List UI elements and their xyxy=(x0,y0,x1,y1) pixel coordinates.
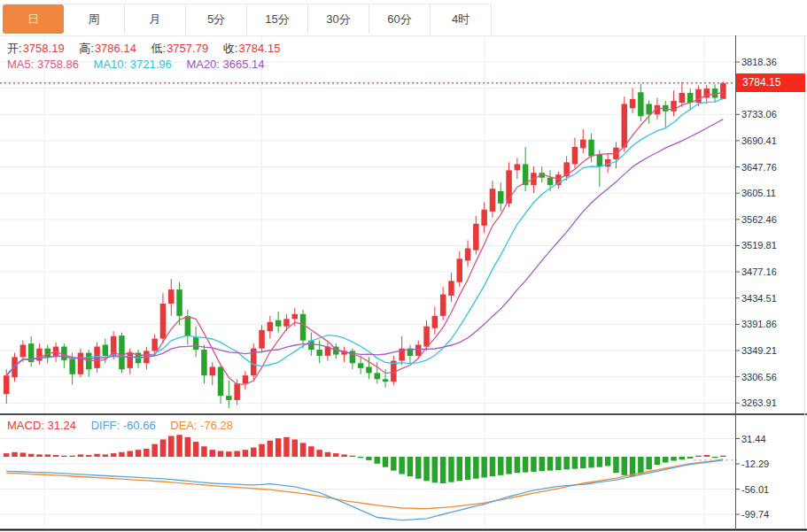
candle-body xyxy=(366,366,372,373)
macd-bar xyxy=(613,457,619,473)
macd-bar xyxy=(128,451,134,457)
candle-body xyxy=(515,164,521,170)
price-axis-label: 3263.91 xyxy=(741,397,777,408)
candle-body xyxy=(588,140,594,157)
tab-30min[interactable]: 30分 xyxy=(308,4,369,34)
candle-body xyxy=(375,373,381,379)
macd-legend: MACD: 31.24 DIFF: -60.66 DEA: -76.28 xyxy=(7,419,244,432)
candle-body xyxy=(268,322,274,331)
macd-bar xyxy=(597,457,603,467)
macd-bar xyxy=(366,457,372,460)
macd-bar xyxy=(580,457,586,468)
price-axis-label: 3349.21 xyxy=(741,345,777,356)
macd-bar xyxy=(292,439,299,457)
macd-bar xyxy=(300,443,307,457)
macd-bar xyxy=(308,446,314,457)
macd-axis-label: -56.01 xyxy=(741,484,769,495)
dea-value: DEA: -76.28 xyxy=(170,419,233,432)
chart-canvas[interactable]: 3818.363775.713733.063690.413647.763605.… xyxy=(0,0,807,532)
macd-bar xyxy=(201,446,207,457)
macd-bar xyxy=(383,457,389,467)
macd-bar xyxy=(341,454,347,457)
macd-bar xyxy=(563,457,570,469)
tab-day[interactable]: 日 xyxy=(3,4,64,34)
macd-bar xyxy=(176,435,182,457)
candle-body xyxy=(193,337,199,350)
candle-body xyxy=(20,344,27,357)
macd-bar xyxy=(695,456,702,457)
macd-bar xyxy=(316,450,322,457)
ma5-legend: MA5: 3758.86 xyxy=(7,58,79,71)
candle-body xyxy=(234,383,240,400)
candle-body xyxy=(580,140,586,149)
macd-bar xyxy=(4,453,10,457)
macd-bar xyxy=(61,456,67,457)
timeframe-tabbar: 日 周 月 5分 15分 30分 60分 4时 xyxy=(3,4,492,34)
macd-bar xyxy=(151,444,158,457)
low-value: 3757.79 xyxy=(167,42,208,55)
candle-body xyxy=(679,93,686,103)
price-axis-label: 3519.81 xyxy=(741,240,777,251)
ma-legend: MA5: 3758.86 MA10: 3721.96 MA20: 3665.14 xyxy=(7,58,276,71)
macd-bar xyxy=(275,438,282,457)
close-pair: 收:3784.15 xyxy=(223,42,281,55)
macd-bar xyxy=(268,441,274,457)
macd-bar xyxy=(498,457,504,475)
candle-body xyxy=(283,319,290,326)
tab-week[interactable]: 周 xyxy=(64,4,125,34)
macd-axis-label: -99.74 xyxy=(741,509,769,520)
macd-bar xyxy=(671,457,677,461)
diff-value: DIFF: -60.66 xyxy=(91,419,156,432)
macd-bar xyxy=(646,457,652,469)
price-axis-label: 3391.86 xyxy=(741,319,777,329)
candle-body xyxy=(12,357,17,377)
candle-body xyxy=(4,375,10,394)
macd-bar xyxy=(407,457,414,476)
macd-bar xyxy=(185,437,191,457)
macd-bar xyxy=(506,457,512,474)
candle-body xyxy=(210,366,216,375)
candle-body xyxy=(432,316,438,328)
close-value: 3784.15 xyxy=(238,42,280,55)
macd-bar xyxy=(399,457,405,474)
candle-body xyxy=(630,99,636,108)
macd-bar xyxy=(473,457,479,479)
macd-bar xyxy=(704,455,710,457)
high-label: 高: xyxy=(79,42,94,55)
macd-bar xyxy=(234,451,240,457)
macd-bar xyxy=(572,457,578,469)
macd-bar xyxy=(663,457,669,463)
candle-body xyxy=(415,344,422,355)
macd-bar xyxy=(20,452,27,457)
macd-bar xyxy=(350,456,356,457)
candle-body xyxy=(572,147,578,164)
candle-body xyxy=(103,344,109,355)
tab-15min[interactable]: 15分 xyxy=(247,4,308,34)
candle-body xyxy=(259,330,265,349)
open-pair: 开:3758.19 xyxy=(7,42,65,55)
tab-month[interactable]: 月 xyxy=(125,4,186,34)
candle-body xyxy=(275,320,282,327)
price-axis-label: 3690.41 xyxy=(741,135,777,146)
macd-bar xyxy=(555,457,562,470)
macd-bar xyxy=(111,453,116,457)
macd-bar xyxy=(539,457,546,471)
open-label: 开: xyxy=(7,42,22,55)
tab-4hour[interactable]: 4时 xyxy=(431,4,492,34)
macd-bar xyxy=(440,457,446,483)
macd-bar xyxy=(36,454,43,457)
trading-chart-app: { "tabs": [ {"label": "日", "active": tru… xyxy=(0,0,807,532)
macd-bar xyxy=(218,451,224,457)
tab-60min[interactable]: 60分 xyxy=(369,4,431,34)
macd-bar xyxy=(210,450,216,457)
macd-bar xyxy=(12,452,17,457)
tab-5min[interactable]: 5分 xyxy=(186,4,247,34)
price-axis-label: 3733.06 xyxy=(741,109,777,120)
macd-bar xyxy=(481,457,487,477)
price-axis-label: 3477.16 xyxy=(741,266,777,277)
ohlc-legend: 开:3758.19 高:3786.14 低:3757.79 收:3784.15 xyxy=(7,41,291,57)
macd-bar xyxy=(53,455,59,457)
macd-bar xyxy=(638,457,644,474)
candle-body xyxy=(201,350,207,375)
candle-body xyxy=(465,249,471,261)
